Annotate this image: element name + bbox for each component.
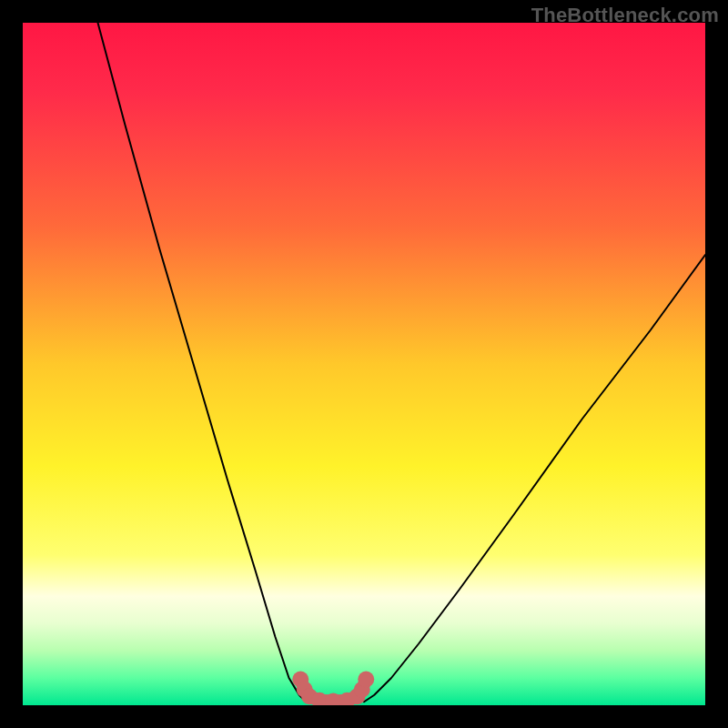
curve-layer xyxy=(23,23,705,705)
series-left-branch xyxy=(98,23,307,702)
series-right-branch xyxy=(364,255,705,702)
chart-container: TheBottleneck.com xyxy=(0,0,728,728)
watermark-text: TheBottleneck.com xyxy=(531,4,719,27)
marker-dot xyxy=(358,672,374,688)
plot-area xyxy=(23,23,705,705)
